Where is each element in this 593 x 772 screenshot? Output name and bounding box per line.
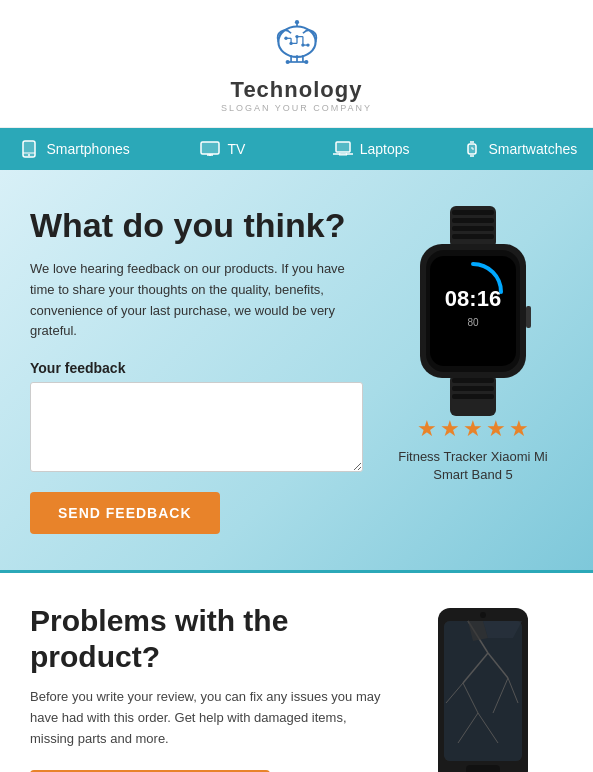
feedback-section: What do you think? We love hearing feedb… bbox=[0, 170, 593, 570]
nav-label-laptops: Laptops bbox=[360, 141, 410, 157]
svg-point-13 bbox=[306, 43, 309, 46]
nav-label-tv: TV bbox=[227, 141, 245, 157]
svg-rect-34 bbox=[452, 210, 494, 215]
nav-label-smartphones: Smartphones bbox=[46, 141, 129, 157]
svg-point-22 bbox=[28, 154, 30, 156]
smartphone-icon bbox=[18, 140, 40, 158]
feedback-right: 08:16 80 ★ ★ ★ ★ ★ Fitness Tracker Xiaom… bbox=[383, 206, 563, 484]
problems-description: Before you write your review, you can fi… bbox=[30, 687, 383, 749]
star-4: ★ bbox=[486, 416, 506, 442]
svg-rect-43 bbox=[430, 256, 516, 366]
nav-item-laptops[interactable]: Laptops bbox=[297, 128, 445, 170]
nav-item-tv[interactable]: TV bbox=[148, 128, 296, 170]
svg-rect-39 bbox=[452, 386, 494, 391]
svg-point-10 bbox=[289, 42, 292, 45]
svg-rect-35 bbox=[452, 218, 494, 223]
svg-rect-23 bbox=[201, 142, 219, 154]
problems-title: Problems with the product? bbox=[30, 603, 383, 675]
broken-phone-image bbox=[418, 603, 548, 772]
laptop-icon bbox=[332, 140, 354, 158]
svg-rect-38 bbox=[452, 378, 494, 383]
feedback-title: What do you think? bbox=[30, 206, 363, 245]
product-name: Fitness Tracker Xiaomi Mi Smart Band 5 bbox=[383, 448, 563, 484]
star-3: ★ bbox=[463, 416, 483, 442]
svg-text:80: 80 bbox=[467, 317, 479, 328]
star-1: ★ bbox=[417, 416, 437, 442]
problems-left: Problems with the product? Before you wr… bbox=[30, 603, 403, 772]
logo-subtitle: Slogan your company bbox=[221, 103, 372, 113]
svg-point-12 bbox=[301, 43, 304, 46]
star-5: ★ bbox=[509, 416, 529, 442]
svg-point-19 bbox=[304, 60, 308, 64]
feedback-label: Your feedback bbox=[30, 360, 363, 376]
feedback-description: We love hearing feedback on our products… bbox=[30, 259, 363, 342]
svg-point-62 bbox=[480, 612, 486, 618]
svg-text:08:16: 08:16 bbox=[445, 286, 501, 311]
feedback-textarea[interactable] bbox=[30, 382, 363, 472]
nav-item-smartphones[interactable]: Smartphones bbox=[0, 128, 148, 170]
smartwatch-product-image: 08:16 80 bbox=[398, 206, 548, 416]
svg-rect-26 bbox=[336, 142, 350, 152]
product-stars: ★ ★ ★ ★ ★ bbox=[417, 416, 529, 442]
svg-point-18 bbox=[285, 60, 289, 64]
svg-point-11 bbox=[295, 35, 298, 38]
nav-item-smartwatches[interactable]: Smartwatches bbox=[445, 128, 593, 170]
header: Technology Slogan your company bbox=[0, 0, 593, 128]
svg-rect-40 bbox=[452, 394, 494, 399]
problems-section: Problems with the product? Before you wr… bbox=[0, 570, 593, 772]
send-feedback-button[interactable]: SEND FEEDBACK bbox=[30, 492, 220, 534]
svg-rect-37 bbox=[452, 234, 494, 239]
logo-icon bbox=[267, 18, 327, 73]
smartwatch-nav-icon bbox=[461, 140, 483, 158]
svg-point-9 bbox=[284, 37, 287, 40]
problems-right bbox=[403, 603, 563, 772]
nav-label-smartwatches: Smartwatches bbox=[489, 141, 578, 157]
star-2: ★ bbox=[440, 416, 460, 442]
feedback-left: What do you think? We love hearing feedb… bbox=[30, 206, 383, 534]
logo-title: Technology bbox=[231, 77, 363, 103]
svg-rect-36 bbox=[452, 226, 494, 231]
svg-rect-61 bbox=[466, 765, 500, 772]
navigation: Smartphones TV Laptops bbox=[0, 128, 593, 170]
svg-point-1 bbox=[294, 20, 298, 24]
svg-rect-46 bbox=[526, 306, 531, 328]
tv-icon bbox=[199, 140, 221, 158]
